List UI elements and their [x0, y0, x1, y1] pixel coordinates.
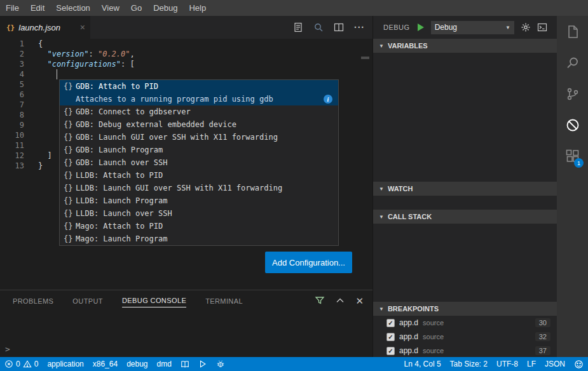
add-configuration-button[interactable]: Add Configuration...	[265, 252, 352, 273]
panel-tab-problems[interactable]: PROBLEMS	[13, 294, 53, 307]
gear-icon[interactable]	[521, 22, 531, 32]
close-icon[interactable]: ✕	[355, 296, 364, 306]
chevron-up-icon[interactable]	[335, 295, 345, 306]
breakpoint-line: 37	[535, 346, 550, 355]
code-text[interactable]: }	[24, 161, 43, 171]
source-control-icon[interactable]	[557, 78, 588, 109]
panel-tab-output[interactable]: OUTPUT	[72, 294, 103, 307]
snippet-icon: {}	[64, 234, 76, 243]
breakpoint-checkbox[interactable]: ✓	[386, 319, 395, 327]
menu-item-help[interactable]: Help	[183, 0, 212, 16]
status-encoding[interactable]: UTF-8	[492, 357, 523, 371]
start-debug-icon[interactable]	[416, 23, 425, 32]
suggest-item[interactable]: {}GDB: Launch Program	[60, 144, 338, 156]
section-header-breakpoints[interactable]: ▼ BREAKPOINTS	[373, 302, 557, 316]
filter-icon[interactable]	[315, 295, 325, 306]
status-eol[interactable]: LF	[523, 357, 540, 371]
console-prompt[interactable]: >	[5, 344, 10, 354]
menu-item-file[interactable]: File	[0, 0, 25, 16]
menu-item-edit[interactable]: Edit	[25, 0, 50, 16]
line-number[interactable]: 7	[0, 100, 24, 110]
line-number[interactable]: 10	[0, 130, 24, 140]
debug-config-select[interactable]: Debug ▼	[431, 21, 514, 34]
suggest-item[interactable]: {}LLDB: Launch Program	[60, 194, 338, 207]
suggest-item[interactable]: {}LLDB: Launch over SSH	[60, 207, 338, 220]
line-number[interactable]: 4	[0, 69, 24, 79]
tab-close-icon[interactable]: ×	[80, 23, 85, 32]
breakpoint-row[interactable]: ✓ app.d source 37	[373, 344, 557, 357]
section-header-call-stack[interactable]: ▼ CALL STACK	[373, 210, 557, 224]
code-text[interactable]	[24, 140, 38, 151]
suggest-item[interactable]: {} GDB: Attach to PID	[60, 80, 338, 93]
debug-icon[interactable]	[557, 109, 588, 140]
tab-launch-json[interactable]: {} launch.json ×	[0, 16, 90, 39]
suggest-item[interactable]: {}GDB: Launch GUI over SSH with X11 forw…	[60, 131, 338, 144]
suggest-item[interactable]: {}Mago: Launch Program	[60, 233, 338, 245]
status-tab-size[interactable]: Tab Size: 2	[446, 357, 492, 371]
status-compiler[interactable]: dmd	[153, 357, 176, 371]
line-number[interactable]: 11	[0, 140, 24, 151]
document-icon[interactable]	[293, 22, 303, 32]
line-number[interactable]: 6	[0, 90, 24, 100]
code-editor[interactable]: 1{ 2 "version": "0.2.0", 3 "configuratio…	[0, 39, 373, 290]
breakpoint-checkbox[interactable]: ✓	[386, 347, 395, 355]
menu-item-debug[interactable]: Debug	[147, 0, 183, 16]
breakpoint-row[interactable]: ✓ app.d source 32	[373, 330, 557, 344]
extensions-icon[interactable]: 1	[557, 140, 588, 172]
line-number[interactable]: 8	[0, 110, 24, 120]
suggest-item[interactable]: {}Mago: Attach to PID	[60, 220, 338, 233]
panel-tab-debug-console[interactable]: DEBUG CONSOLE	[122, 293, 186, 307]
status-build-type[interactable]: debug	[122, 357, 152, 371]
menu-item-selection[interactable]: Selection	[50, 0, 95, 16]
code-text[interactable]	[24, 120, 38, 130]
line-number[interactable]: 9	[0, 120, 24, 130]
breakpoint-checkbox[interactable]: ✓	[386, 333, 395, 341]
problems-status[interactable]: 0 0	[0, 357, 43, 371]
code-text[interactable]	[24, 69, 38, 79]
code-text[interactable]: "version": "0.2.0",	[24, 49, 135, 59]
line-number[interactable]: 2	[0, 49, 24, 59]
panel-tab-terminal[interactable]: TERMINAL	[205, 294, 243, 307]
suggest-item[interactable]: {}GDB: Debug external embedded device	[60, 118, 338, 131]
code-text[interactable]: ]	[24, 151, 52, 161]
run-icon[interactable]	[194, 357, 212, 371]
preview-icon[interactable]	[313, 22, 324, 32]
section-header-watch[interactable]: ▼ WATCH	[373, 182, 557, 196]
files-icon[interactable]	[557, 16, 588, 47]
section-header-variables[interactable]: ▼ VARIABLES	[373, 39, 557, 53]
breakpoint-row[interactable]: ✓ app.d source 30	[373, 316, 557, 330]
code-text[interactable]	[24, 110, 38, 120]
split-editor-icon[interactable]	[334, 22, 344, 32]
debug-console-icon[interactable]	[537, 22, 547, 32]
line-number[interactable]: 12	[0, 151, 24, 161]
book-icon[interactable]	[176, 357, 194, 371]
more-actions-icon[interactable]: ···	[354, 22, 365, 32]
bug-icon[interactable]	[212, 357, 229, 371]
line-number[interactable]: 13	[0, 161, 24, 171]
code-text[interactable]: "configurations": [	[24, 59, 135, 69]
status-application[interactable]: application	[43, 357, 88, 371]
suggest-item[interactable]: {}LLDB: Launch GUI over SSH with X11 for…	[60, 182, 338, 194]
status-arch[interactable]: x86_64	[88, 357, 122, 371]
snippet-icon: {}	[64, 196, 76, 205]
status-language[interactable]: JSON	[540, 357, 570, 371]
smiley-icon[interactable]	[570, 357, 588, 371]
code-text[interactable]	[24, 130, 38, 140]
line-number[interactable]: 1	[0, 39, 24, 49]
info-icon[interactable]: i	[324, 95, 332, 104]
menu-item-go[interactable]: Go	[125, 0, 147, 16]
line-number[interactable]: 5	[0, 79, 24, 90]
code-text[interactable]	[24, 100, 38, 110]
suggest-item[interactable]: {}GDB: Launch over SSH	[60, 156, 338, 169]
status-cursor-position[interactable]: Ln 4, Col 5	[400, 357, 446, 371]
line-number[interactable]: 3	[0, 59, 24, 69]
menu-item-view[interactable]: View	[96, 0, 125, 16]
suggest-item[interactable]: {}LLDB: Attach to PID	[60, 169, 338, 182]
tab-label: launch.json	[18, 23, 60, 32]
breakpoint-file: app.d	[399, 332, 418, 341]
code-text[interactable]	[24, 90, 38, 100]
code-text[interactable]: {	[24, 39, 43, 49]
code-text[interactable]	[24, 79, 38, 90]
search-icon[interactable]	[557, 47, 588, 78]
suggest-item[interactable]: {}GDB: Connect to gdbserver	[60, 105, 338, 118]
